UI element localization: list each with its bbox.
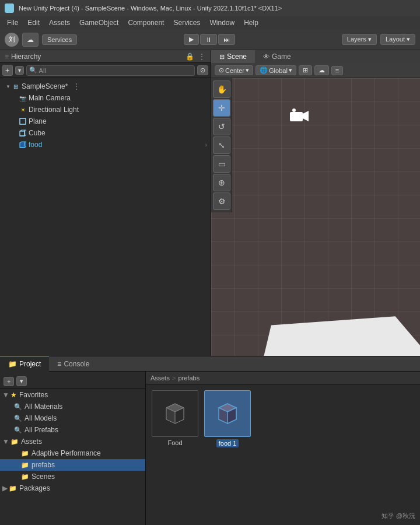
hierarchy-title: Hierarchy xyxy=(11,52,41,61)
tab-project[interactable]: 📁 Project xyxy=(0,356,49,372)
options-button[interactable]: ≡ xyxy=(331,66,343,75)
project-add-button[interactable]: + xyxy=(4,377,14,386)
scale-tool-button[interactable]: ⤡ xyxy=(213,136,230,154)
window-title: New Unity Project (4) - SampleScene - Wi… xyxy=(19,5,282,12)
services-button[interactable]: Services xyxy=(42,34,77,45)
pause-button[interactable]: ⏸ xyxy=(200,34,217,45)
asset-food[interactable]: Food xyxy=(152,390,198,447)
tree-favorites-header[interactable]: ▼ ★ Favorites xyxy=(0,389,145,401)
center-toggle[interactable]: ⊙ Center ▾ xyxy=(215,65,253,75)
scene-camera-gizmo xyxy=(287,107,310,128)
hierarchy-item-food[interactable]: food › xyxy=(0,139,211,150)
tree-packages-header[interactable]: ▶ 📁 Packages xyxy=(0,482,145,494)
breadcrumb-prefabs[interactable]: prefabs xyxy=(178,374,200,382)
adaptive-folder-icon: 📁 xyxy=(21,450,29,457)
play-button[interactable]: ▶ xyxy=(184,34,199,45)
scene-menu-icon[interactable]: ⋮ xyxy=(72,82,80,91)
console-tab-icon: ≡ xyxy=(57,360,61,368)
light-object-icon: ☀ xyxy=(19,106,27,114)
hierarchy-item-directional-light[interactable]: ☀ Directional Light xyxy=(0,104,211,116)
menu-edit[interactable]: Edit xyxy=(23,18,44,28)
center-dropdown-icon: ▾ xyxy=(246,66,249,74)
hierarchy-item-name-food: food xyxy=(29,141,42,149)
collab-button[interactable]: ☁ xyxy=(22,33,38,47)
watermark: 知乎 @秋沅 xyxy=(382,512,415,520)
adaptive-performance-label: Adaptive Performance xyxy=(32,449,101,457)
layers-button[interactable]: Layers ▾ xyxy=(342,34,377,45)
bottom-content: + ▾ ▼ ★ Favorites 🔍 All Materials 🔍 All … xyxy=(0,372,420,525)
hierarchy-item-cube[interactable]: Cube xyxy=(0,127,211,139)
global-dropdown-icon: ▾ xyxy=(289,66,292,74)
menu-file[interactable]: File xyxy=(2,18,23,28)
plane-object-icon xyxy=(19,117,27,125)
tab-scene[interactable]: ⊞ Scene xyxy=(211,50,255,63)
assets-breadcrumb: Assets > prefabs xyxy=(146,372,420,384)
asset-food-thumb xyxy=(152,390,198,437)
hierarchy-item-name-directional-light: Directional Light xyxy=(29,106,79,114)
step-button[interactable]: ⏭ xyxy=(218,34,235,45)
tree-all-prefabs[interactable]: 🔍 All Prefabs xyxy=(0,424,145,436)
custom-tool-button[interactable]: ⚙ xyxy=(213,192,230,210)
search-icon-prefabs: 🔍 xyxy=(14,426,22,434)
scene-name: SampleScene* xyxy=(22,82,68,90)
packages-folder-icon: 📁 xyxy=(9,485,17,492)
menu-help[interactable]: Help xyxy=(239,18,263,28)
user-avatar[interactable]: 刘 xyxy=(5,33,19,47)
project-tab-label: Project xyxy=(19,360,41,368)
food-expand-arrow[interactable]: › xyxy=(205,142,207,148)
breadcrumb-assets[interactable]: Assets xyxy=(150,374,170,382)
layout-button[interactable]: Layout ▾ xyxy=(380,34,415,45)
tree-scenes[interactable]: 📁 Scenes xyxy=(0,471,145,482)
assets-folder-icon: 📁 xyxy=(10,438,19,446)
hierarchy-item-plane[interactable]: Plane xyxy=(0,116,211,127)
svg-rect-7 xyxy=(290,112,303,121)
menu-services[interactable]: Services xyxy=(169,18,205,28)
svg-marker-8 xyxy=(303,111,309,121)
project-more-button[interactable]: ▾ xyxy=(16,376,27,386)
food-object-icon xyxy=(19,141,27,149)
fx-button[interactable]: ☁ xyxy=(314,65,329,75)
hand-tool-button[interactable]: ✋ xyxy=(213,80,230,98)
hierarchy-items: ▼ ⊞ SampleScene* ⋮ 📷 Main Camera ☀ Direc… xyxy=(0,78,211,356)
menu-assets[interactable]: Assets xyxy=(44,18,75,28)
project-toolbar: + ▾ xyxy=(0,374,145,389)
tree-adaptive-performance[interactable]: 📁 Adaptive Performance xyxy=(0,447,145,459)
hierarchy-item-name-plane: Plane xyxy=(29,117,47,125)
tab-game[interactable]: 👁 Game xyxy=(255,50,299,63)
hierarchy-drag-icon: ≡ xyxy=(5,52,9,61)
menu-window[interactable]: Window xyxy=(205,18,239,28)
tree-all-models[interactable]: 🔍 All Models xyxy=(0,412,145,424)
tree-assets-header[interactable]: ▼ 📁 Assets xyxy=(0,436,145,447)
bottom-panel: 📁 Project ≡ Console + ▾ ▼ ★ Favorites 🔍 … xyxy=(0,356,420,525)
scene-toolbar: ⊙ Center ▾ 🌐 Global ▾ ⊞ ☁ ≡ xyxy=(211,63,420,78)
tree-prefabs[interactable]: 📁 prefabs xyxy=(0,459,145,471)
tab-console[interactable]: ≡ Console xyxy=(49,356,97,372)
tree-all-materials[interactable]: 🔍 All Materials xyxy=(0,401,145,412)
scene-viewport[interactable]: ✋ ✛ ↺ ⤡ ▭ ⊕ ⚙ xyxy=(211,78,420,356)
global-toggle[interactable]: 🌐 Global ▾ xyxy=(256,65,296,75)
gizmos-button[interactable]: ⊞ xyxy=(299,65,312,75)
hierarchy-search-btn[interactable]: ⊙ xyxy=(197,65,208,75)
all-models-label: All Models xyxy=(24,414,57,422)
hierarchy-item-name-main-camera: Main Camera xyxy=(29,94,71,102)
camera-object-icon: 📷 xyxy=(19,94,27,102)
game-tab-label: Game xyxy=(272,52,291,61)
hierarchy-lock-icon[interactable]: 🔒 xyxy=(186,52,194,61)
transform-tool-button[interactable]: ⊕ xyxy=(213,174,230,191)
menu-gameobject[interactable]: GameObject xyxy=(75,18,123,28)
scene-tabbar: ⊞ Scene 👁 Game xyxy=(211,50,420,63)
rotate-tool-button[interactable]: ↺ xyxy=(213,118,230,135)
hierarchy-scene-root[interactable]: ▼ ⊞ SampleScene* ⋮ xyxy=(0,80,211,92)
menu-bar: File Edit Assets GameObject Component Se… xyxy=(0,16,420,29)
rect-tool-button[interactable]: ▭ xyxy=(213,155,230,173)
project-tree: + ▾ ▼ ★ Favorites 🔍 All Materials 🔍 All … xyxy=(0,372,146,525)
hierarchy-more-button[interactable]: ▾ xyxy=(15,66,24,75)
asset-food1-label: food 1 xyxy=(216,439,239,447)
hierarchy-menu-icon[interactable]: ⋮ xyxy=(198,52,206,61)
move-tool-button[interactable]: ✛ xyxy=(213,99,230,117)
hierarchy-add-button[interactable]: + xyxy=(2,65,13,76)
menu-component[interactable]: Component xyxy=(123,18,169,28)
hierarchy-item-main-camera[interactable]: 📷 Main Camera xyxy=(0,92,211,104)
asset-food1[interactable]: food 1 xyxy=(204,390,251,447)
hierarchy-search[interactable]: 🔍 All xyxy=(26,65,195,76)
